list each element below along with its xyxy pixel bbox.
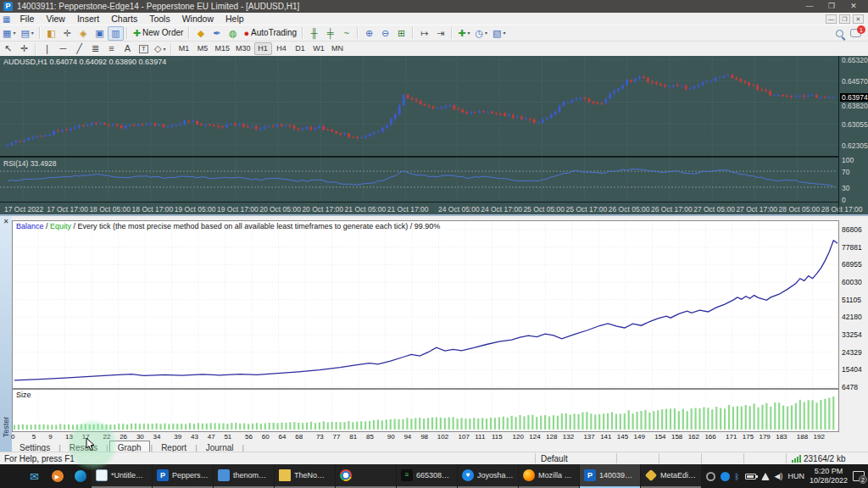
- chart-window[interactable]: AUDUSD,H1 0.64074 0.64092 0.63890 0.6397…: [0, 56, 868, 214]
- chart-line-button[interactable]: ~: [338, 26, 354, 41]
- trade-x-tick: 73: [316, 433, 324, 441]
- balance-y-tick: 51105: [842, 296, 861, 304]
- timeframe-m5[interactable]: M5: [193, 42, 211, 55]
- child-minimize-icon[interactable]: —: [826, 14, 837, 24]
- menu-view[interactable]: View: [40, 13, 71, 25]
- taskbar-start[interactable]: [0, 464, 23, 488]
- taskbar-terminal-66530852[interactable]: ≡66530852: I...: [397, 464, 457, 488]
- horizontal-line-tool[interactable]: ─: [55, 42, 71, 56]
- templates-button[interactable]: ▧▾: [490, 26, 508, 41]
- zoom-in-button[interactable]: ⊕: [361, 26, 377, 41]
- shapes-tool[interactable]: ◇▾: [152, 42, 168, 56]
- volume-icon[interactable]: ◀): [775, 472, 783, 480]
- trade-x-tick: 158: [671, 433, 682, 441]
- time-axis[interactable]: 17 Oct 202217 Oct 17:0018 Oct 05:0018 Oc…: [0, 202, 838, 214]
- taskbar-joyoshare[interactable]: ♥Joyoshare ...: [458, 464, 518, 488]
- terminal-panel-button[interactable]: ▣: [92, 26, 108, 41]
- taskbar-chrome[interactable]: [336, 464, 396, 488]
- taskbar-thenomad-folder[interactable]: TheNomad...: [275, 464, 335, 488]
- trendline-tool[interactable]: ╱: [71, 42, 87, 56]
- text-label-tool[interactable]: T: [136, 42, 152, 56]
- timeframe-w1[interactable]: W1: [310, 42, 328, 55]
- balance-y-tick: 68955: [842, 260, 862, 269]
- menu-file[interactable]: File: [14, 13, 40, 25]
- app-icon: P: [3, 2, 13, 11]
- timeframe-m1[interactable]: M1: [175, 42, 192, 55]
- taskbar-notepad[interactable]: *Untitled - ...: [92, 464, 152, 488]
- taskbar-firefox[interactable]: Mozilla Fir...: [519, 464, 579, 488]
- chart-shift-icon: ⇥: [437, 29, 444, 38]
- chart-window-icon[interactable]: ▦: [3, 14, 10, 24]
- fibonacci-tool[interactable]: ≡: [103, 42, 120, 56]
- data-window-button[interactable]: ✛: [59, 26, 75, 41]
- timeframe-mn[interactable]: MN: [329, 42, 347, 55]
- text-tool[interactable]: A: [120, 42, 136, 56]
- auto-scroll-button[interactable]: ↦: [416, 26, 432, 41]
- balance-y-tick: 33254: [842, 330, 862, 339]
- taskbar-mt4-14003911[interactable]: P14003911: ...: [580, 464, 640, 488]
- price-chart-pane[interactable]: AUDUSD,H1 0.64074 0.64092 0.63890 0.6397…: [0, 56, 838, 156]
- wifi-icon[interactable]: [761, 473, 770, 480]
- taskbar-media-player[interactable]: ▶: [46, 464, 69, 488]
- menu-charts[interactable]: Charts: [105, 13, 143, 25]
- child-close-icon[interactable]: ✕: [853, 14, 864, 24]
- taskbar-metaeditor[interactable]: MetaEditor...: [641, 464, 701, 488]
- menu-insert[interactable]: Insert: [71, 13, 105, 25]
- indicators-button[interactable]: ✚▾: [455, 26, 472, 41]
- community-button[interactable]: ◍: [225, 26, 241, 41]
- profile-cell[interactable]: Default: [535, 453, 616, 463]
- battery-icon[interactable]: [745, 474, 756, 480]
- autotrading-button[interactable]: ●AutoTrading: [241, 26, 299, 41]
- new-order-button[interactable]: ✚New Order: [131, 26, 186, 41]
- timeframe-m15[interactable]: M15: [212, 42, 232, 55]
- vertical-line-tool[interactable]: ❘: [39, 42, 55, 56]
- tile-windows-button[interactable]: ⊞: [393, 26, 409, 41]
- tester-close-icon[interactable]: ✕: [2, 218, 10, 226]
- timeframe-h4[interactable]: H4: [273, 42, 291, 55]
- chart-bars-button[interactable]: ╫: [306, 26, 322, 41]
- chart-candles-button[interactable]: ╪: [322, 26, 338, 41]
- menu-help[interactable]: Help: [220, 13, 250, 25]
- taskbar-thenomad-cube[interactable]: thenomadt...: [214, 464, 274, 488]
- chart-shift-button[interactable]: ⇥: [432, 26, 448, 41]
- new-chart-icon: ▦: [3, 29, 11, 38]
- taskbar-mt4-pepperstone[interactable]: PPepperston...: [153, 464, 213, 488]
- timeframe-d1[interactable]: D1: [292, 42, 309, 55]
- strategy-tester-button[interactable]: ▥: [108, 26, 124, 41]
- maximize-icon[interactable]: ❐: [821, 1, 843, 13]
- search-icon[interactable]: [836, 30, 843, 37]
- equidistant-channel-tool[interactable]: ≣: [87, 42, 103, 56]
- crosshair-tool[interactable]: ✛: [16, 42, 32, 56]
- minimize-icon[interactable]: —: [798, 1, 821, 13]
- balance-graph-box[interactable]: Balance / Equity / Every tick (the most …: [12, 220, 839, 389]
- tray-app2-icon[interactable]: [721, 472, 730, 481]
- timeframe-m30[interactable]: M30: [233, 42, 253, 55]
- market-watch-button[interactable]: ◧: [43, 26, 59, 41]
- child-restore-icon[interactable]: ❐: [839, 14, 850, 24]
- trade-x-tick: 154: [654, 433, 665, 441]
- taskbar-mail[interactable]: ✉: [23, 464, 46, 488]
- chat-icon[interactable]: 1: [850, 29, 861, 37]
- clock[interactable]: 5:20 PM10/28/2022: [810, 467, 848, 485]
- action-center-icon[interactable]: 2: [853, 471, 865, 481]
- title-bar: P 14003911: Pepperstone-Edge14 - Peppers…: [0, 0, 868, 13]
- navigator-button[interactable]: ◈: [75, 26, 92, 41]
- tray-app-icon[interactable]: [706, 472, 715, 481]
- zoom-out-button[interactable]: ⊖: [377, 26, 393, 41]
- bluetooth-icon[interactable]: ᛒ: [735, 472, 740, 481]
- menu-window[interactable]: Window: [176, 13, 220, 25]
- cursor-tool[interactable]: ↖: [0, 42, 16, 56]
- metaeditor-button[interactable]: ◆: [192, 26, 209, 41]
- language-indicator[interactable]: HUN: [787, 472, 804, 480]
- menu-tools[interactable]: Tools: [143, 13, 176, 25]
- profiles-button[interactable]: ▤▾: [18, 26, 36, 41]
- experts-button[interactable]: ✒: [209, 26, 225, 41]
- timeframe-h1[interactable]: H1: [254, 42, 272, 55]
- rsi-pane[interactable]: RSI(14) 33.4928: [0, 156, 838, 200]
- new-chart-button[interactable]: ▦▾: [0, 26, 18, 41]
- taskbar-edge[interactable]: [69, 464, 92, 488]
- periods-button[interactable]: ◷▾: [472, 26, 490, 41]
- close-icon[interactable]: ✕: [843, 1, 865, 13]
- price-scale[interactable]: 0.653200.645700.638200.630550.623050.639…: [838, 56, 868, 214]
- size-graph-box[interactable]: Size: [12, 389, 839, 432]
